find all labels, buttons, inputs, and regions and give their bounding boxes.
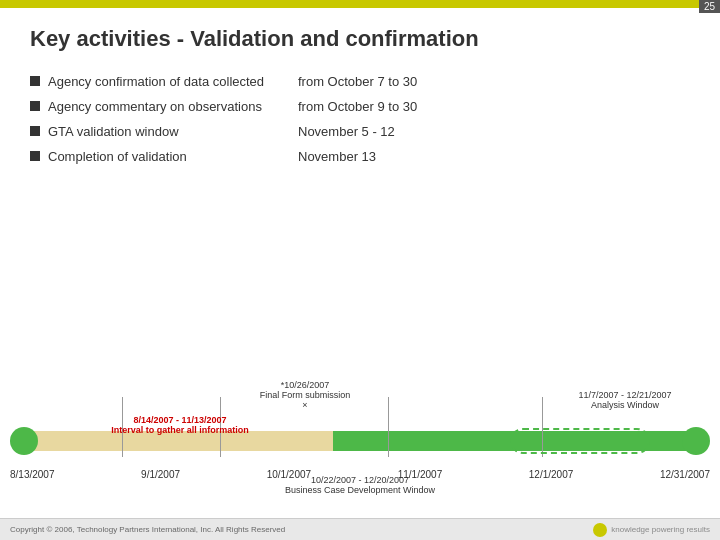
red-bar-label: 8/14/2007 - 11/13/2007Interval to gather… [80, 415, 280, 435]
footer-copyright: Copyright © 2006, Technology Partners In… [10, 525, 285, 534]
main-content: Key activities - Validation and confirma… [0, 8, 720, 184]
bullet-icon [30, 126, 40, 136]
date-start: 8/13/2007 [10, 469, 55, 480]
date-q4: 12/1/2007 [529, 469, 574, 480]
bullet-value: November 5 - 12 [298, 124, 395, 139]
annotation-analysis-window: 11/7/2007 - 12/21/2007Analysis Window [560, 390, 690, 410]
timeline-start-circle [10, 427, 38, 455]
timeline-area: *10/26/2007Final Form submission× 11/7/2… [0, 310, 720, 510]
timeline-end-circle [682, 427, 710, 455]
bullet-label: Agency commentary on observations [48, 99, 298, 114]
list-item: Completion of validation November 13 [30, 149, 690, 164]
bullet-icon [30, 101, 40, 111]
bullet-label: GTA validation window [48, 124, 298, 139]
top-bar [0, 0, 720, 8]
bullet-value: November 13 [298, 149, 376, 164]
bullet-label: Agency confirmation of data collected [48, 74, 298, 89]
footer: Copyright © 2006, Technology Partners In… [0, 518, 720, 540]
bullet-icon [30, 76, 40, 86]
footer-logo-area: knowledge powering results [593, 523, 710, 537]
timeline-analysis-bracket [510, 428, 650, 454]
bullet-label: Completion of validation [48, 149, 298, 164]
date-end: 12/31/2007 [660, 469, 710, 480]
bullet-value: from October 9 to 30 [298, 99, 417, 114]
page-title: Key activities - Validation and confirma… [30, 26, 690, 52]
biz-case-label: 10/22/2007 - 12/20/2007Business Case Dev… [285, 475, 435, 495]
bullet-icon [30, 151, 40, 161]
list-item: Agency confirmation of data collected fr… [30, 74, 690, 89]
timeline-vline-nov [388, 397, 389, 457]
list-item: GTA validation window November 5 - 12 [30, 124, 690, 139]
date-q1: 9/1/2007 [141, 469, 180, 480]
bullet-value: from October 7 to 30 [298, 74, 417, 89]
page-number: 25 [699, 0, 720, 13]
footer-logo-icon [593, 523, 607, 537]
list-item: Agency commentary on observations from O… [30, 99, 690, 114]
annotation-form-submission: *10/26/2007Final Form submission× [250, 380, 360, 410]
footer-logo-text: knowledge powering results [611, 525, 710, 534]
